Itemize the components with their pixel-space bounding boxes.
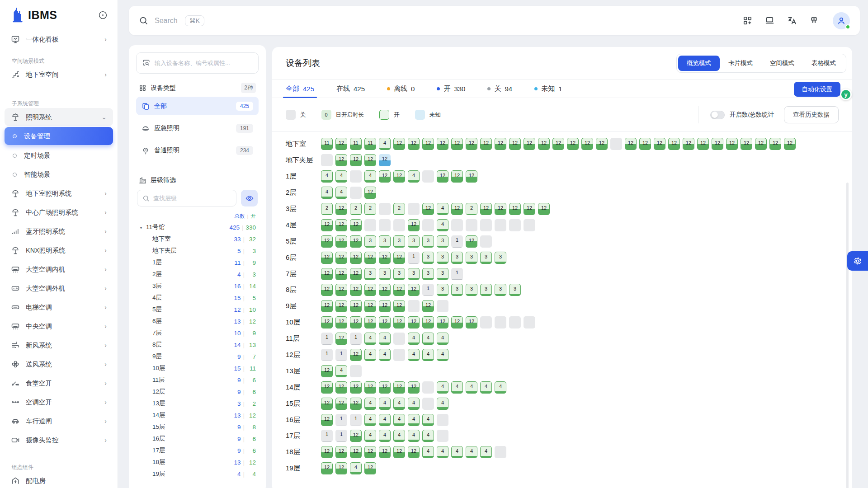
device-cell-on[interactable]: 4 bbox=[379, 349, 391, 361]
sidebar-item-9[interactable]: 中心广场照明系统› bbox=[5, 203, 113, 222]
device-cell-on[interactable]: 12 bbox=[364, 187, 376, 199]
device-cell-on[interactable]: 4 bbox=[364, 170, 376, 183]
global-search[interactable]: Search ⌘K bbox=[139, 15, 742, 26]
device-cell-on[interactable]: 12 bbox=[321, 462, 333, 474]
device-cell-on[interactable]: 12 bbox=[364, 284, 376, 296]
view-mode-3[interactable]: 表格模式 bbox=[803, 56, 844, 71]
device-cell-on[interactable]: 12 bbox=[350, 398, 362, 410]
device-cell-on[interactable]: 12 bbox=[379, 381, 391, 394]
sidebar-item-10[interactable]: 蓝牙照明系统› bbox=[5, 222, 113, 241]
device-cell-on[interactable]: 12 bbox=[437, 138, 448, 150]
device-cell-on[interactable]: 3 bbox=[495, 284, 506, 296]
device-cell-on[interactable]: 12 bbox=[451, 203, 463, 215]
tree-row[interactable]: 5层12|10 bbox=[136, 304, 259, 315]
device-cell-on[interactable]: 4 bbox=[422, 349, 434, 361]
device-cell-off[interactable] bbox=[524, 316, 535, 328]
device-cell-on[interactable]: 12 bbox=[581, 138, 593, 150]
sidebar-item-12[interactable]: 大堂空调内机› bbox=[5, 260, 113, 279]
device-cell-on[interactable]: 4 bbox=[466, 446, 477, 458]
device-cell-on[interactable]: 12 bbox=[393, 138, 405, 150]
device-cell-on[interactable]: 12 bbox=[625, 138, 637, 150]
device-cell-on[interactable]: 12 bbox=[364, 316, 376, 328]
toggle-visibility-button[interactable] bbox=[241, 190, 258, 206]
device-cell-off[interactable] bbox=[422, 381, 434, 394]
device-cell-on[interactable]: 12 bbox=[335, 235, 347, 248]
device-cell-on[interactable]: 4 bbox=[422, 414, 434, 426]
device-cell-off[interactable]: 1 bbox=[335, 349, 347, 361]
device-cell-on[interactable]: 12 bbox=[335, 398, 347, 410]
device-cell-on[interactable]: 12 bbox=[524, 138, 535, 150]
tree-row[interactable]: 6层13|12 bbox=[136, 315, 259, 327]
device-cell-on[interactable]: 4 bbox=[393, 398, 405, 410]
view-mode-2[interactable]: 空间模式 bbox=[761, 56, 803, 71]
device-cell-on[interactable]: 12 bbox=[350, 300, 362, 312]
device-cell-on[interactable]: 3 bbox=[408, 268, 420, 280]
device-cell-unk[interactable]: 12 bbox=[379, 154, 391, 166]
device-cell-on[interactable]: 4 bbox=[480, 381, 492, 394]
device-cell-on[interactable]: 3 bbox=[437, 268, 448, 280]
status-tab-全部[interactable]: 全部425 bbox=[286, 80, 314, 98]
device-cell-on[interactable]: 4 bbox=[408, 333, 420, 345]
device-cell-on[interactable]: 12 bbox=[335, 284, 347, 296]
status-tab-关[interactable]: 关94 bbox=[487, 80, 512, 98]
device-cell-on[interactable]: 3 bbox=[379, 235, 391, 248]
device-cell-on[interactable]: 12 bbox=[350, 446, 362, 458]
device-cell-on[interactable]: 4 bbox=[422, 333, 434, 345]
device-cell-on[interactable]: 2 bbox=[393, 203, 405, 215]
device-cell-off[interactable] bbox=[321, 154, 333, 166]
device-cell-on[interactable]: 3 bbox=[408, 235, 420, 248]
sidebar-item-17[interactable]: 送风系统› bbox=[5, 355, 113, 374]
device-cell-on[interactable]: 12 bbox=[321, 414, 333, 426]
device-cell-off[interactable] bbox=[393, 349, 405, 361]
device-cell-on[interactable]: 12 bbox=[321, 316, 333, 328]
device-cell-off[interactable]: 1 bbox=[451, 235, 463, 248]
device-type-0[interactable]: 全部425 bbox=[136, 97, 259, 115]
view-mode-0[interactable]: 概览模式 bbox=[678, 56, 720, 71]
device-cell-on[interactable]: 12 bbox=[321, 300, 333, 312]
device-type-1[interactable]: 应急照明191 bbox=[136, 119, 259, 137]
device-cell-on[interactable]: 12 bbox=[437, 170, 448, 183]
device-cell-on[interactable]: 12 bbox=[379, 300, 391, 312]
device-cell-on[interactable]: 12 bbox=[451, 316, 463, 328]
device-cell-on[interactable]: 12 bbox=[321, 235, 333, 248]
device-cell-on[interactable]: 12 bbox=[379, 170, 391, 183]
device-cell-off[interactable]: 1 bbox=[335, 430, 347, 442]
status-tab-在线[interactable]: 在线425 bbox=[336, 80, 365, 98]
device-cell-on[interactable]: 12 bbox=[335, 316, 347, 328]
device-cell-on[interactable]: 12 bbox=[379, 316, 391, 328]
device-cell-on[interactable]: 12 bbox=[466, 138, 477, 150]
device-cell-on[interactable]: 4 bbox=[466, 381, 477, 394]
device-cell-on[interactable]: 12 bbox=[408, 316, 420, 328]
device-cell-on[interactable]: 2 bbox=[364, 203, 376, 215]
extension-badge[interactable]: y bbox=[840, 89, 852, 100]
device-cell-off[interactable] bbox=[350, 365, 362, 377]
device-cell-on[interactable]: 12 bbox=[364, 300, 376, 312]
avatar[interactable] bbox=[833, 12, 850, 29]
device-cell-off[interactable]: 1 bbox=[321, 333, 333, 345]
device-cell-off[interactable] bbox=[451, 219, 463, 231]
device-cell-on[interactable]: 12 bbox=[321, 268, 333, 280]
device-cell-on[interactable]: 12 bbox=[451, 170, 463, 183]
tree-row[interactable]: 8层14|13 bbox=[136, 339, 259, 351]
device-cell-on[interactable]: 12 bbox=[422, 138, 434, 150]
caret-down-icon[interactable]: ▾ bbox=[136, 225, 146, 230]
device-cell-on[interactable]: 12 bbox=[683, 138, 694, 150]
device-cell-on[interactable]: 12 bbox=[495, 203, 506, 215]
sidebar-item-4[interactable]: 照明系统⌄ bbox=[5, 108, 113, 126]
device-cell-off[interactable] bbox=[495, 219, 506, 231]
device-cell-on[interactable]: 4 bbox=[379, 138, 391, 150]
device-cell-on[interactable]: 12 bbox=[422, 316, 434, 328]
device-cell-on[interactable]: 4 bbox=[364, 349, 376, 361]
device-cell-on[interactable]: 12 bbox=[755, 138, 767, 150]
device-cell-on[interactable]: 12 bbox=[437, 316, 448, 328]
device-cell-off[interactable] bbox=[422, 398, 434, 410]
sidebar-item-11[interactable]: KNX照明系统› bbox=[5, 241, 113, 260]
device-cell-on[interactable]: 12 bbox=[350, 349, 362, 361]
device-cell-on[interactable]: 12 bbox=[335, 446, 347, 458]
status-tab-未知[interactable]: 未知1 bbox=[534, 80, 562, 98]
device-cell-off[interactable] bbox=[408, 300, 420, 312]
device-cell-on[interactable]: 12 bbox=[538, 203, 550, 215]
tree-row[interactable]: 11层9|6 bbox=[136, 374, 259, 386]
device-cell-off[interactable] bbox=[480, 235, 492, 248]
device-cell-on[interactable]: 3 bbox=[495, 252, 506, 264]
